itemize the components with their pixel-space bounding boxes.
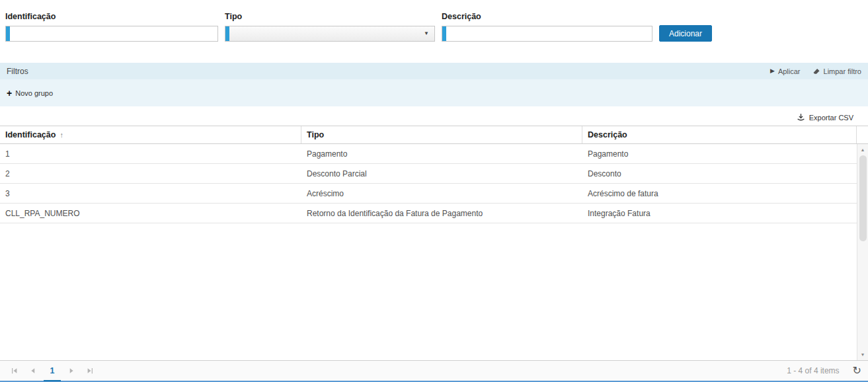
- clear-filter-label: Limpar filtro: [824, 67, 861, 75]
- column-header-descricao[interactable]: Descrição: [582, 126, 857, 143]
- export-row: Exportar CSV: [0, 106, 868, 126]
- scroll-up-icon[interactable]: ▲: [861, 144, 865, 155]
- table-row[interactable]: 1 Pagamento Pagamento: [0, 144, 857, 164]
- eraser-icon: [812, 67, 820, 75]
- pager: 1 1 - 4 of 4 items ↻: [0, 360, 868, 381]
- export-csv-button[interactable]: Exportar CSV: [797, 113, 853, 122]
- descricao-field: Descrição: [442, 12, 652, 42]
- pager-first-button[interactable]: [7, 363, 22, 379]
- table-row[interactable]: 2 Desconto Parcial Desconto: [0, 164, 857, 184]
- clear-filter-button[interactable]: Limpar filtro: [812, 67, 861, 75]
- filters-title: Filtros: [7, 67, 28, 76]
- descricao-input-wrapper: [442, 26, 652, 42]
- export-csv-label: Exportar CSV: [809, 114, 853, 122]
- filters-actions: ▶ Aplicar Limpar filtro: [770, 67, 861, 75]
- grid-body: 1 Pagamento Pagamento 2 Desconto Parcial…: [0, 144, 868, 360]
- apply-filter-label: Aplicar: [778, 67, 801, 75]
- tipo-field: Tipo ▼: [225, 12, 435, 42]
- cell-descricao: Pagamento: [582, 149, 857, 159]
- play-icon: ▶: [770, 68, 775, 74]
- filters-body: + Novo grupo: [0, 79, 868, 106]
- chevron-down-icon: ▼: [424, 31, 434, 36]
- vertical-scrollbar[interactable]: ▲ ▼: [857, 144, 868, 360]
- plus-icon: +: [7, 89, 12, 98]
- pager-info: 1 - 4 of 4 items: [787, 366, 839, 375]
- cell-tipo: Acréscimo: [301, 189, 582, 198]
- grid-header: Identificação ↑ Tipo Descrição: [0, 126, 868, 144]
- identificacao-label: Identificação: [5, 12, 218, 21]
- identificacao-input-wrapper: [5, 26, 218, 42]
- pager-page-1[interactable]: 1: [44, 362, 61, 381]
- cell-identificacao: 3: [0, 189, 301, 198]
- sort-asc-icon: ↑: [59, 131, 63, 139]
- scrollbar-thumb[interactable]: [859, 155, 867, 241]
- column-header-label: Tipo: [307, 130, 324, 139]
- column-header-label: Identificação: [5, 130, 56, 139]
- column-header-tipo[interactable]: Tipo: [301, 126, 582, 143]
- grid-rows: 1 Pagamento Pagamento 2 Desconto Parcial…: [0, 144, 857, 223]
- input-accent-bar: [442, 26, 446, 41]
- identificacao-field: Identificação: [5, 12, 218, 42]
- apply-filter-button[interactable]: ▶ Aplicar: [770, 67, 801, 75]
- cell-descricao: Desconto: [582, 169, 857, 178]
- seek-last-icon: [86, 367, 94, 375]
- pager-next-button[interactable]: [63, 363, 79, 379]
- data-grid: Identificação ↑ Tipo Descrição 1 Pagamen…: [0, 126, 868, 381]
- seek-first-icon: [11, 367, 19, 375]
- cell-identificacao: 2: [0, 169, 301, 178]
- input-accent-bar: [225, 26, 229, 41]
- cell-identificacao: CLL_RPA_NUMERO: [0, 209, 301, 218]
- descricao-label: Descrição: [442, 12, 652, 21]
- chevron-left-icon: [29, 367, 37, 375]
- table-row[interactable]: 3 Acréscimo Acréscimo de fatura: [0, 184, 857, 204]
- pager-last-button[interactable]: [82, 363, 98, 379]
- page: Identificação Tipo ▼ Descrição Adicionar: [0, 0, 868, 382]
- input-accent-bar: [6, 26, 10, 41]
- cell-descricao: Acréscimo de fatura: [582, 189, 857, 198]
- refresh-button[interactable]: ↻: [853, 365, 861, 376]
- descricao-input[interactable]: [442, 26, 652, 41]
- new-group-button[interactable]: + Novo grupo: [7, 89, 53, 98]
- filters-header: Filtros ▶ Aplicar Limpar filtro: [0, 63, 868, 79]
- scroll-down-icon[interactable]: ▼: [861, 349, 865, 360]
- column-header-label: Descrição: [588, 130, 627, 139]
- filters-panel: Filtros ▶ Aplicar Limpar filtro + Novo g…: [0, 63, 868, 106]
- cell-tipo: Retorno da Identificação da Fatura de Pa…: [301, 209, 582, 218]
- cell-tipo: Desconto Parcial: [301, 169, 582, 178]
- tipo-label: Tipo: [225, 12, 435, 21]
- table-row[interactable]: CLL_RPA_NUMERO Retorno da Identificação …: [0, 204, 857, 223]
- cell-identificacao: 1: [0, 149, 301, 159]
- chevron-right-icon: [67, 367, 75, 375]
- cell-descricao: Integração Fatura: [582, 209, 857, 218]
- pager-prev-button[interactable]: [25, 363, 41, 379]
- tipo-select[interactable]: ▼: [225, 26, 435, 42]
- add-record-form: Identificação Tipo ▼ Descrição Adicionar: [0, 0, 868, 42]
- identificacao-input[interactable]: [6, 26, 217, 41]
- adicionar-button[interactable]: Adicionar: [659, 25, 712, 42]
- new-group-label: Novo grupo: [15, 89, 53, 97]
- download-icon: [797, 113, 805, 122]
- cell-tipo: Pagamento: [301, 149, 582, 159]
- column-header-identificacao[interactable]: Identificação ↑: [0, 126, 301, 143]
- refresh-icon: ↻: [853, 365, 861, 376]
- header-scroll-spacer: [857, 126, 868, 143]
